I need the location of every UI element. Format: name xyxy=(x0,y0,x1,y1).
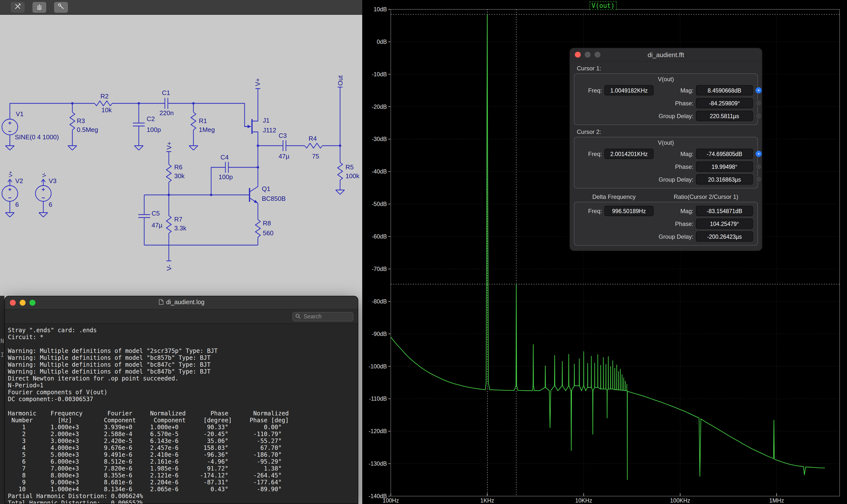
capacitor-c1[interactable] xyxy=(165,98,168,109)
search-field[interactable] xyxy=(292,312,353,321)
x-axis-label: 1KHz xyxy=(480,497,494,504)
capacitor-c3[interactable] xyxy=(283,140,286,151)
close-button[interactable] xyxy=(10,300,16,306)
cursor2-phase-value[interactable]: 19.99498° xyxy=(696,161,753,172)
dialog-minimize-button[interactable] xyxy=(585,52,591,58)
y-axis-label: -60dB xyxy=(372,233,387,240)
delta-freq-value[interactable]: 996.50189Hz xyxy=(605,206,653,216)
delta-mag-value[interactable]: -83.154871dB xyxy=(696,206,753,216)
cursor1-phase-radio[interactable] xyxy=(755,100,762,106)
cursor2-freq-label: Freq: xyxy=(577,150,602,157)
hand-button[interactable] xyxy=(33,2,46,13)
v2-value: 6 xyxy=(15,201,19,208)
resistor-r1[interactable] xyxy=(191,112,196,130)
c3-value: 47µ xyxy=(278,152,289,160)
delta-gd-value[interactable]: -200.26423µs xyxy=(696,231,753,242)
search-input[interactable] xyxy=(303,313,350,320)
cursor2-mag-radio[interactable] xyxy=(755,150,762,157)
y-axis-label: -100dB xyxy=(368,363,387,370)
r4-name: R4 xyxy=(309,135,317,142)
r2-value: 10k xyxy=(102,106,112,114)
resistor-r2[interactable] xyxy=(94,101,114,106)
screen: V1 SINE(0 4 1000) R3 0.5Meg R2 10k C1 22… xyxy=(0,0,847,504)
vplus-flag-j1: V+ xyxy=(254,78,262,86)
r7-name: R7 xyxy=(174,216,182,223)
v2-name: V2 xyxy=(15,177,23,184)
y-axis-label: -110dB xyxy=(369,395,387,402)
cursor1-gd-value[interactable]: 220.5811µs xyxy=(696,111,753,121)
clipped-text-fragment: N xyxy=(0,338,4,344)
document-icon xyxy=(158,299,164,307)
q1-model: BC850B xyxy=(262,195,286,202)
c5-name: C5 xyxy=(151,210,160,217)
source-v2[interactable] xyxy=(2,185,18,201)
cursor2-mag-value[interactable]: -74.695805dB xyxy=(696,149,753,159)
x-axis-label: 1MHz xyxy=(769,497,784,504)
y-axis-label: -30dB xyxy=(372,136,387,142)
cursor2-gd-label: Group Delay: xyxy=(656,176,693,183)
cursor2-mag-label: Mag: xyxy=(656,150,693,157)
cursor2-gd-radio[interactable] xyxy=(755,176,762,183)
hand-icon xyxy=(35,2,43,12)
log-text: Stray ".ends" card: .ends Circuit: * War… xyxy=(5,324,358,504)
probe-button[interactable] xyxy=(54,2,68,13)
c2-value: 100p xyxy=(147,126,161,133)
resistor-r7[interactable] xyxy=(166,216,171,233)
vplus-flag-r6: V+ xyxy=(165,142,173,150)
bjt-q1[interactable] xyxy=(249,186,258,203)
log-search-toolbar xyxy=(5,310,358,324)
trace-title[interactable]: V(out) xyxy=(590,1,617,10)
c5-value: 47µ xyxy=(151,221,162,229)
r3-name: R3 xyxy=(77,117,85,125)
resistor-r5[interactable] xyxy=(338,162,343,180)
cursor2-freq-value[interactable]: 2.0014201KHz xyxy=(605,149,653,159)
v2-net-flag: V+ xyxy=(8,171,13,177)
fft-cursor-dialog: di_audient.fft Cursor 1: V(out) Freq: 1.… xyxy=(570,48,762,251)
probe-icon xyxy=(57,2,65,12)
clipped-text-fragment: IN xyxy=(0,352,4,358)
dialog-close-button[interactable] xyxy=(575,52,581,58)
y-axis-label: -90dB xyxy=(372,331,387,337)
dialog-titlebar[interactable]: di_audient.fft xyxy=(570,48,762,61)
resistor-r6[interactable] xyxy=(166,164,171,182)
background-window-sliver: N IN xyxy=(0,296,4,504)
log-titlebar[interactable]: di_audient.log xyxy=(5,296,358,310)
minimize-button[interactable] xyxy=(20,300,25,306)
vminus-flag: V- xyxy=(165,265,173,271)
y-axis-label: -50dB xyxy=(372,201,387,207)
jfet-j1[interactable] xyxy=(245,119,252,134)
resistor-r4[interactable] xyxy=(305,143,322,148)
delta-group: Freq: 996.50189Hz Mag: -83.154871dB Phas… xyxy=(574,202,758,246)
r8-name: R8 xyxy=(263,219,271,227)
v1-name: V1 xyxy=(16,110,24,118)
schematic-toolbar xyxy=(0,0,362,15)
resistor-r8[interactable] xyxy=(255,219,260,237)
capacitor-c2[interactable] xyxy=(133,123,145,126)
cursor1-freq-label: Freq: xyxy=(577,87,602,94)
source-v1[interactable] xyxy=(2,119,18,135)
dialog-zoom-button[interactable] xyxy=(595,52,600,58)
cursor2-gd-value[interactable]: 20.316863µs xyxy=(696,174,753,184)
ratio-header: Ratio(Cursor 2/Cursor 1) xyxy=(654,194,758,200)
cursor1-freq-value[interactable]: 1.0049182KHz xyxy=(605,85,653,95)
capacitor-c5[interactable] xyxy=(138,215,150,218)
cursor2-phase-radio[interactable] xyxy=(755,163,762,170)
r8-value: 560 xyxy=(263,229,273,237)
source-v3[interactable] xyxy=(35,185,51,201)
tools-button[interactable] xyxy=(11,2,24,13)
x-axis-label: 100Hz xyxy=(383,497,399,504)
resistor-r3[interactable] xyxy=(70,112,75,130)
zoom-button[interactable] xyxy=(30,300,35,306)
capacitor-c4[interactable] xyxy=(226,162,228,173)
delta-phase-value[interactable]: 104.25479° xyxy=(696,218,753,229)
r1-value: 1Meg xyxy=(199,126,215,133)
cursor1-gd-radio[interactable] xyxy=(755,113,762,119)
delta-freq-label: Freq: xyxy=(577,208,602,214)
cursor1-mag-value[interactable]: 8.4590668dB xyxy=(696,85,753,95)
c2-name: C2 xyxy=(147,115,155,123)
cursor1-mag-radio[interactable] xyxy=(755,87,762,93)
cursor1-phase-value[interactable]: -84.259809° xyxy=(696,98,753,108)
y-axis-label: -120dB xyxy=(368,428,387,434)
tools-icon xyxy=(14,2,22,12)
c3-name: C3 xyxy=(278,132,287,139)
